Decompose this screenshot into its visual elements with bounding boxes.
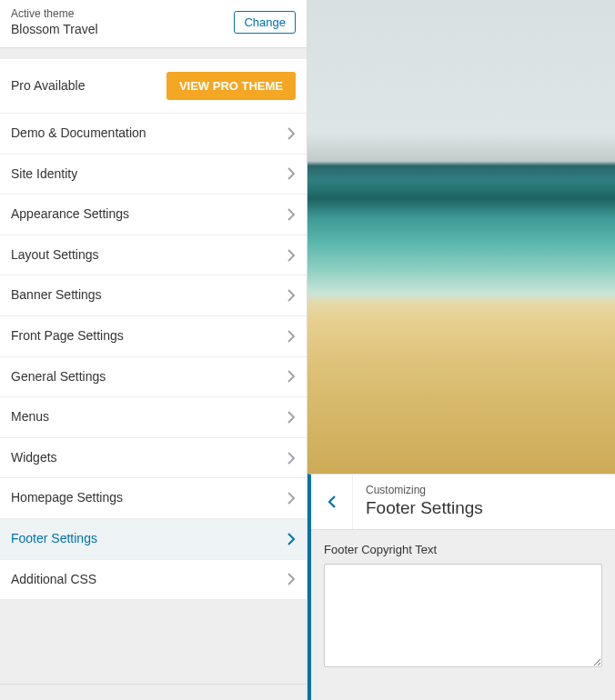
pro-available-label: Pro Available <box>11 77 85 95</box>
nav-item-label: General Settings <box>11 368 106 386</box>
nav-item-label: Additional CSS <box>11 571 96 589</box>
chevron-right-icon <box>287 452 296 465</box>
footer-copyright-label: Footer Copyright Text <box>324 543 602 556</box>
footer-copyright-textarea[interactable] <box>324 564 602 667</box>
active-theme-label: Active theme <box>11 7 98 20</box>
nav-general-settings[interactable]: General Settings <box>0 357 307 398</box>
nav-item-label: Footer Settings <box>11 530 97 548</box>
site-preview-image <box>308 0 615 474</box>
nav-site-identity[interactable]: Site Identity <box>0 155 307 195</box>
subpanel-header: Customizing Footer Settings <box>311 475 615 530</box>
theme-info: Active theme Blossom Travel <box>11 7 98 36</box>
nav-item-label: Homepage Settings <box>11 489 123 507</box>
chevron-right-icon <box>287 127 296 140</box>
nav-item-label: Demo & Documentation <box>11 125 146 143</box>
back-button[interactable] <box>311 475 353 529</box>
nav-demo-documentation[interactable]: Demo & Documentation <box>0 114 307 155</box>
theme-name: Blossom Travel <box>11 22 98 36</box>
chevron-right-icon <box>287 289 296 302</box>
chevron-left-icon <box>327 495 338 509</box>
chevron-right-icon <box>287 370 296 383</box>
nav-item-label: Layout Settings <box>11 246 99 265</box>
change-theme-button[interactable]: Change <box>234 11 296 34</box>
footer-settings-panel: Customizing Footer Settings Footer Copyr… <box>308 474 615 700</box>
nav-homepage-settings[interactable]: Homepage Settings <box>0 478 307 519</box>
view-pro-theme-button[interactable]: VIEW PRO THEME <box>166 72 296 100</box>
preview-area: Customizing Footer Settings Footer Copyr… <box>308 0 615 700</box>
chevron-right-icon <box>287 492 296 505</box>
nav-additional-css[interactable]: Additional CSS <box>0 560 307 601</box>
active-theme-block: Active theme Blossom Travel Change <box>0 0 307 48</box>
control-area: Footer Copyright Text <box>311 530 615 683</box>
spacer <box>0 48 307 59</box>
nav-menus[interactable]: Menus <box>0 397 307 438</box>
nav-footer-settings[interactable]: Footer Settings <box>0 519 307 560</box>
nav-item-label: Appearance Settings <box>11 205 129 224</box>
nav-layout-settings[interactable]: Layout Settings <box>0 235 307 276</box>
breadcrumb: Customizing Footer Settings <box>353 475 496 529</box>
nav-appearance-settings[interactable]: Appearance Settings <box>0 195 307 235</box>
nav-item-label: Front Page Settings <box>11 327 124 345</box>
nav-item-label: Widgets <box>11 449 57 467</box>
pro-available-row: Pro Available VIEW PRO THEME <box>0 59 307 114</box>
chevron-right-icon <box>287 167 296 180</box>
nav-item-label: Site Identity <box>11 165 77 184</box>
breadcrumb-parent: Customizing <box>366 484 483 496</box>
nav-item-label: Menus <box>11 408 49 426</box>
customizer-sidebar: Active theme Blossom Travel Change Pro A… <box>0 0 308 700</box>
settings-accordion: Pro Available VIEW PRO THEME Demo & Docu… <box>0 59 307 600</box>
bottom-toolbar <box>0 684 307 700</box>
nav-banner-settings[interactable]: Banner Settings <box>0 275 307 316</box>
sidebar-fill <box>0 600 307 684</box>
chevron-right-icon <box>287 249 296 262</box>
chevron-right-icon <box>287 330 296 343</box>
nav-item-label: Banner Settings <box>11 286 102 305</box>
chevron-right-icon <box>287 208 296 221</box>
panel-title: Footer Settings <box>366 498 483 518</box>
nav-front-page-settings[interactable]: Front Page Settings <box>0 316 307 357</box>
chevron-right-icon <box>287 411 296 424</box>
chevron-right-icon <box>287 533 296 545</box>
chevron-right-icon <box>287 573 296 585</box>
nav-widgets[interactable]: Widgets <box>0 438 307 479</box>
